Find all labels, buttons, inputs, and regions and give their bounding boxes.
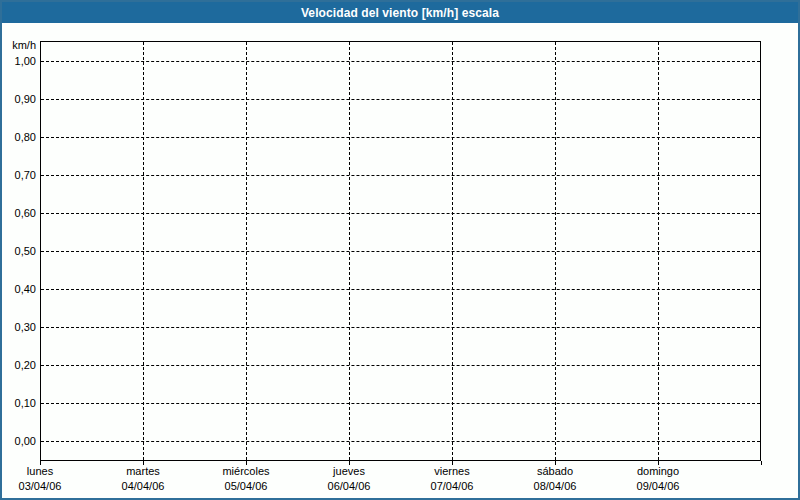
gridline-horizontal: [41, 327, 760, 328]
gridline-vertical: [349, 42, 350, 460]
x-axis-day-label: miércoles: [194, 464, 298, 478]
x-axis-day-label: jueves: [297, 464, 401, 478]
x-axis-date-label: 07/04/06: [400, 479, 504, 493]
chart-area: km/h 1,000,900,800,700,600,500,400,300,2…: [2, 23, 798, 498]
y-axis-tick-label: 0,60: [2, 206, 36, 220]
gridline-horizontal: [41, 403, 760, 404]
x-axis-day-label: martes: [91, 464, 195, 478]
x-axis-day-label: domingo: [606, 464, 710, 478]
gridline-horizontal: [41, 251, 760, 252]
y-axis-tick-label: 0,00: [2, 434, 36, 448]
x-axis-day-label: viernes: [400, 464, 504, 478]
gridline-vertical: [246, 42, 247, 460]
gridline-horizontal: [41, 289, 760, 290]
chart-title-bar: Velocidad del viento [km/h] escala: [2, 2, 798, 23]
y-axis-tick-label: 0,30: [2, 320, 36, 334]
gridline-vertical: [555, 42, 556, 460]
y-axis-tick-label: 0,90: [2, 92, 36, 106]
y-axis-unit-label: km/h: [2, 38, 36, 52]
gridline-vertical: [452, 42, 453, 460]
y-axis-tick-label: 1,00: [2, 54, 36, 68]
y-axis-tick-label: 0,50: [2, 244, 36, 258]
gridline-horizontal: [41, 175, 760, 176]
x-axis-date-label: 09/04/06: [606, 479, 710, 493]
gridline-vertical: [143, 42, 144, 460]
gridline-horizontal: [41, 441, 760, 442]
x-axis-date-label: 05/04/06: [194, 479, 298, 493]
chart-window: Velocidad del viento [km/h] escala km/h …: [0, 0, 800, 500]
y-axis-tick-label: 0,40: [2, 282, 36, 296]
y-axis-tick-label: 0,20: [2, 358, 36, 372]
y-axis-tick-label: 0,10: [2, 396, 36, 410]
x-axis-tick: [761, 461, 762, 465]
y-axis-tick-label: 0,80: [2, 130, 36, 144]
x-axis-day-label: sábado: [503, 464, 607, 478]
gridline-horizontal: [41, 61, 760, 62]
x-axis-date-label: 04/04/06: [91, 479, 195, 493]
gridline-horizontal: [41, 213, 760, 214]
x-axis-date-label: 08/04/06: [503, 479, 607, 493]
gridline-vertical: [658, 42, 659, 460]
gridline-horizontal: [41, 137, 760, 138]
chart-title: Velocidad del viento [km/h] escala: [301, 6, 499, 20]
gridline-horizontal: [41, 365, 760, 366]
x-axis-date-label: 03/04/06: [0, 479, 92, 493]
y-axis-tick-label: 0,70: [2, 168, 36, 182]
x-axis-date-label: 06/04/06: [297, 479, 401, 493]
gridline-horizontal: [41, 99, 760, 100]
x-axis-day-label: lunes: [0, 464, 92, 478]
